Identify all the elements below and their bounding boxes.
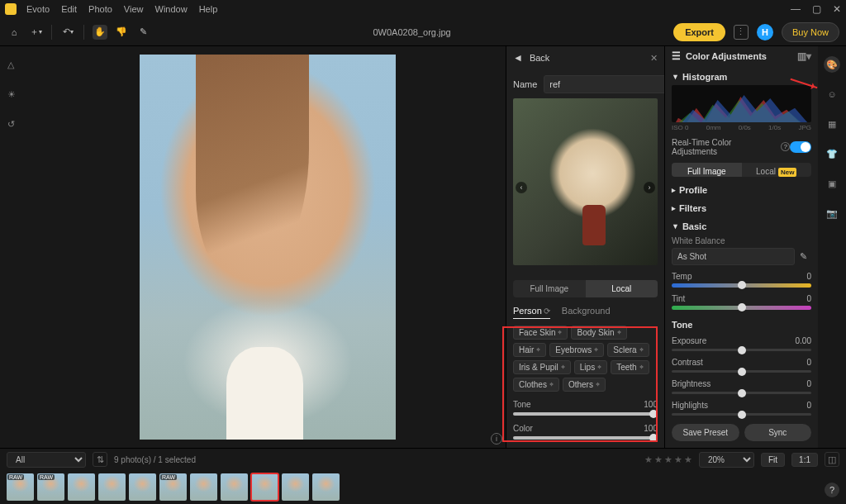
section-basic[interactable]: ▼Basic — [672, 221, 811, 231]
reference-image[interactable]: ‹ › — [513, 98, 658, 265]
tone-slider[interactable]: Tone100 — [513, 400, 658, 416]
raw-badge: RAW — [7, 474, 24, 480]
menu-evoto[interactable]: Evoto — [26, 4, 50, 14]
star-icon[interactable]: ★ — [644, 454, 653, 465]
filter-select[interactable]: All — [7, 452, 86, 468]
menu-window[interactable]: Window — [155, 4, 188, 14]
sync-button[interactable]: Sync — [744, 424, 812, 441]
realtime-toggle[interactable] — [790, 141, 811, 153]
star-icon[interactable]: ★ — [684, 454, 692, 465]
canvas[interactable]: i — [30, 46, 506, 448]
temp-slider[interactable]: Temp0 — [672, 272, 811, 288]
wb-select[interactable]: As Shot — [672, 248, 795, 265]
undo-icon[interactable]: ↶▾ — [60, 25, 75, 40]
rseg-local[interactable]: LocalNew — [742, 163, 812, 177]
thumbnail[interactable] — [221, 473, 248, 501]
brightness-slider[interactable]: Brightness0 — [672, 379, 811, 394]
thumbnail[interactable] — [68, 473, 95, 501]
left-rail: △ ☀ ↺ — [0, 46, 30, 448]
global-help-icon[interactable]: ? — [825, 483, 839, 497]
color-slider[interactable]: Color100 — [513, 424, 658, 440]
one-to-one-button[interactable]: 1:1 — [791, 453, 818, 467]
zoom-select[interactable]: 20% — [699, 452, 754, 468]
rseg-full[interactable]: Full Image — [672, 163, 742, 177]
menu-view[interactable]: View — [124, 4, 144, 14]
pencil-icon[interactable]: ✎ — [135, 25, 150, 40]
chip-hair[interactable]: Hair⌖ — [513, 343, 546, 357]
highlights-slider[interactable]: Highlights0 — [672, 401, 811, 416]
chip-target-icon: ⌖ — [639, 363, 644, 372]
menu-photo[interactable]: Photo — [88, 4, 112, 14]
thumbnail[interactable] — [312, 473, 340, 501]
camera-icon[interactable]: 📷 — [824, 205, 840, 221]
section-profile[interactable]: ▸Profile — [672, 185, 811, 195]
chip-teeth[interactable]: Teeth⌖ — [611, 360, 649, 374]
thumbnail[interactable]: RAW — [159, 473, 187, 501]
seg-full-image[interactable]: Full Image — [513, 280, 586, 297]
palette-icon[interactable]: 🎨 — [824, 56, 840, 73]
exposure-slider[interactable]: Exposure0.00 — [672, 336, 811, 351]
buy-now-button[interactable]: Buy Now — [782, 22, 839, 42]
chip-eyebrows[interactable]: Eyebrows⌖ — [549, 343, 604, 357]
star-icon[interactable]: ★ — [674, 454, 682, 465]
name-input[interactable] — [544, 75, 664, 93]
chip-target-icon: ⌖ — [561, 363, 565, 372]
eyedropper-icon[interactable]: ✎ — [800, 251, 811, 263]
home-icon[interactable]: ⌂ — [7, 25, 21, 40]
chip-face-skin[interactable]: Face Skin⌖ — [513, 326, 568, 340]
star-icon[interactable]: ★ — [654, 454, 663, 465]
panel-config-icon[interactable]: ▥▾ — [797, 50, 811, 62]
close-icon[interactable]: ✕ — [833, 3, 841, 15]
face-icon[interactable]: ☺ — [824, 86, 840, 102]
contrast-slider[interactable]: Contrast0 — [672, 358, 811, 373]
thumbnail[interactable] — [129, 473, 156, 501]
add-icon[interactable]: ＋▾ — [28, 25, 43, 40]
menu-help[interactable]: Help — [199, 4, 218, 14]
triangle-icon[interactable]: △ — [7, 59, 22, 74]
star-icon[interactable]: ★ — [664, 454, 673, 465]
tab-person[interactable]: Person⟳ — [513, 306, 550, 319]
ref-prev-icon[interactable]: ‹ — [516, 182, 527, 193]
history-icon[interactable]: ↺ — [7, 119, 22, 134]
tint-slider[interactable]: Tint0 — [672, 294, 811, 310]
rating-stars[interactable]: ★★★★★ — [644, 454, 692, 465]
seg-local[interactable]: Local — [586, 280, 658, 297]
thumbnail[interactable] — [251, 473, 278, 501]
avatar[interactable]: H — [757, 24, 773, 40]
thumbnail[interactable]: RAW — [37, 473, 64, 501]
crop-icon[interactable]: ▣ — [824, 175, 840, 192]
fit-button[interactable]: Fit — [761, 453, 785, 467]
chip-lips[interactable]: Lips⌖ — [574, 360, 607, 374]
minimize-icon[interactable]: — — [791, 3, 801, 15]
grid-icon[interactable]: ▦ — [824, 116, 840, 132]
thumbnail[interactable]: RAW — [7, 473, 34, 501]
thumbnail[interactable] — [190, 473, 217, 501]
chip-sclera[interactable]: Sclera⌖ — [607, 343, 649, 357]
maximize-icon[interactable]: ▢ — [812, 3, 821, 15]
chip-others[interactable]: Others⌖ — [563, 378, 606, 392]
back-label[interactable]: Back — [530, 53, 549, 63]
help-icon[interactable]: ? — [781, 142, 790, 151]
compare-icon[interactable]: ◫ — [825, 452, 839, 467]
back-icon[interactable]: ◄ — [513, 52, 523, 64]
sliders-icon: ☰ — [672, 50, 681, 62]
chip-iris-pupil[interactable]: Iris & Pupil⌖ — [513, 360, 571, 374]
menu-edit[interactable]: Edit — [61, 4, 77, 14]
sort-icon[interactable]: ⇅ — [93, 452, 107, 467]
export-settings-icon[interactable]: ⋮ — [734, 25, 749, 40]
thumbnail[interactable] — [282, 473, 309, 501]
section-filters[interactable]: ▸Filters — [672, 203, 811, 213]
chip-body-skin[interactable]: Body Skin⌖ — [571, 326, 626, 340]
hand-tool-icon[interactable]: ✋ — [93, 25, 107, 40]
thumbs-down-icon[interactable]: 👎 — [114, 25, 129, 40]
tab-background[interactable]: Background — [562, 306, 611, 319]
save-preset-button[interactable]: Save Preset — [672, 424, 739, 441]
chip-clothes[interactable]: Clothes⌖ — [513, 378, 559, 392]
sun-icon[interactable]: ☀ — [7, 89, 22, 104]
ref-next-icon[interactable]: › — [644, 182, 655, 193]
export-button[interactable]: Export — [673, 23, 725, 41]
panel-close-icon[interactable]: ✕ — [650, 53, 658, 64]
thumbnail[interactable] — [98, 473, 126, 501]
info-icon[interactable]: i — [491, 433, 502, 445]
shirt-icon[interactable]: 👕 — [824, 145, 840, 162]
